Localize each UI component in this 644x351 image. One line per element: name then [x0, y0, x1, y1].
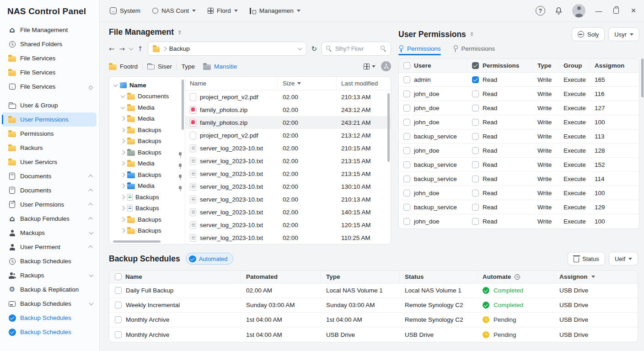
tree-item[interactable]: Media — [113, 102, 184, 113]
chevron-icon[interactable] — [121, 105, 125, 109]
chevron-down-icon[interactable] — [113, 82, 118, 87]
view-mode-button[interactable] — [364, 64, 376, 69]
file-list-scrollbar[interactable] — [387, 93, 390, 162]
column-header-name[interactable]: Name — [185, 77, 278, 90]
soly-button[interactable]: Soly — [572, 27, 605, 41]
column-header-type[interactable]: Type — [321, 271, 399, 283]
help-button[interactable] — [536, 6, 545, 16]
tree-item[interactable]: Backups — [113, 225, 184, 237]
row-checkbox[interactable] — [403, 204, 410, 211]
chevron-icon[interactable] — [121, 184, 125, 188]
tree-item[interactable]: Documents — [113, 91, 184, 102]
permission-row[interactable]: admin Read Write Execute 165 — [399, 73, 639, 87]
tree-vertical-scrollbar[interactable] — [182, 80, 184, 130]
restore-button[interactable] — [612, 7, 620, 15]
permission-row[interactable]: backup_service Read Write Execute 114 — [399, 172, 639, 186]
row-checkbox[interactable] — [403, 190, 410, 197]
read-checkbox[interactable] — [472, 105, 479, 112]
permission-row[interactable]: backup_service Read Write Execute 129 — [399, 200, 639, 214]
chevron-up-icon[interactable] — [88, 175, 93, 179]
menu-flord[interactable]: Flord — [208, 7, 238, 14]
chevron-up-icon[interactable] — [88, 189, 93, 193]
row-checkbox[interactable] — [115, 316, 122, 323]
filter-footrd[interactable]: Footrd — [109, 63, 138, 70]
row-checkbox[interactable] — [403, 147, 410, 154]
read-checkbox[interactable] — [472, 76, 479, 83]
tree-item[interactable]: Backups — [113, 124, 184, 136]
sidebar-item-backup-schedules-3[interactable]: Backup Schedules — [2, 311, 97, 325]
sidebar-item-user-permsions[interactable]: User Permsions — [2, 197, 97, 212]
column-header-assignon[interactable]: Assignon — [554, 271, 638, 283]
address-dropdown-icon[interactable] — [298, 46, 302, 50]
column-header-last-modified[interactable]: Last modified — [337, 77, 391, 90]
file-row[interactable]: server_log_2023-10.txt 02:00 110:25 AM — [185, 231, 391, 244]
chevron-icon[interactable] — [121, 172, 125, 177]
read-checkbox[interactable] — [472, 90, 479, 97]
sidebar-item-documents-2[interactable]: Documents — [2, 183, 97, 197]
chevron-down-icon[interactable] — [89, 272, 94, 277]
chevron-up-icon[interactable] — [88, 217, 93, 222]
row-checkbox[interactable] — [403, 119, 410, 126]
sidebar-item-backup-schedules-1[interactable]: Backup Schedules — [2, 254, 97, 268]
search-input[interactable]: Slhy? Flovr — [322, 42, 391, 56]
permission-row[interactable]: john_doe Read Write Execute 116 — [399, 87, 639, 101]
permission-row[interactable]: john_doe Read Write Execute 127 — [399, 101, 639, 115]
tab-permissions-active[interactable]: Permissions — [398, 45, 441, 55]
chevron-icon[interactable] — [121, 139, 125, 144]
select-all-checkbox[interactable] — [115, 273, 122, 280]
account-avatar[interactable] — [572, 4, 585, 17]
sidebar-item-file-services-1[interactable]: File Services — [2, 51, 97, 65]
menu-nas-cont[interactable]: NAS Cont — [152, 7, 196, 14]
permission-row[interactable]: backup_service Read Write Execute 113 — [399, 129, 639, 144]
row-checkbox[interactable] — [403, 76, 410, 83]
file-row[interactable]: server_log_2023-10.txt 02.00 213:15 AM — [185, 154, 391, 167]
tree-root[interactable]: Name — [113, 80, 184, 91]
column-header-name[interactable]: Name — [109, 271, 241, 283]
chevron-up-icon[interactable] — [88, 245, 93, 250]
address-bar[interactable]: Backup — [148, 42, 307, 56]
sidebar-item-backup-replication[interactable]: Backup & Replication — [2, 282, 97, 297]
menu-managemen[interactable]: Managemen — [250, 7, 301, 14]
chevron-down-icon[interactable] — [89, 301, 94, 305]
file-row[interactable]: server_log_2023-10.txt 02:00 120:15 AM — [185, 218, 391, 231]
column-header-usere[interactable]: Usere — [399, 59, 467, 72]
select-all-checkbox[interactable] — [403, 62, 410, 69]
chevron-up-icon[interactable] — [88, 203, 93, 207]
read-checkbox[interactable] — [472, 133, 479, 140]
schedule-row[interactable]: Monthly Archive 1st 04:00 AM 1st 04:00 A… — [109, 313, 638, 327]
column-header-assigmon[interactable]: Assigmon — [590, 59, 639, 72]
row-checkbox[interactable] — [403, 218, 410, 225]
sidebar-item-user-permissions[interactable]: User Permissions — [2, 112, 97, 127]
chevron-icon[interactable] — [121, 195, 125, 199]
file-row[interactable]: server_log_2023-10.txt 02.00 210:13 AM — [185, 193, 391, 206]
chevron-icon[interactable] — [121, 93, 125, 98]
sidebar-item-permissions[interactable]: Permissions — [2, 127, 97, 141]
tree-item[interactable]: Media — [113, 181, 184, 192]
chevron-icon[interactable] — [121, 206, 125, 211]
file-row[interactable]: family_photos.zip 02.00 243:12 AM — [185, 103, 391, 116]
row-checkbox[interactable] — [403, 105, 410, 112]
column-header-group[interactable]: Group — [559, 59, 590, 72]
permissions-scrollbar[interactable] — [641, 58, 644, 97]
sidebar-item-file-services-2[interactable]: File Services — [2, 65, 97, 80]
sidebar-item-shared-folders[interactable]: Shared Folders — [2, 37, 97, 51]
row-checkbox[interactable] — [115, 302, 122, 308]
permission-row[interactable]: john_doe Read Write Execute 100 — [399, 214, 639, 229]
file-row[interactable]: server_log_2023-10.txt 02.00 213:15 AM — [185, 167, 391, 180]
sidebar-item-backup-femdules[interactable]: Backup Femdules — [2, 212, 97, 226]
file-row[interactable]: server_log_2023-10.txt 02.00 210:15 AM — [185, 142, 391, 154]
menu-system[interactable]: System — [110, 7, 140, 14]
sidebar-item-file-services-3[interactable]: File Services — [2, 80, 97, 94]
permissions-checkbox[interactable] — [472, 62, 479, 69]
sidebar-item-user-perrment[interactable]: User Perrment — [2, 240, 97, 254]
chevron-icon[interactable] — [121, 128, 125, 132]
sidebar-item-documents-1[interactable]: Documents — [2, 169, 97, 183]
ueif-dropdown-button[interactable]: Ueif — [609, 252, 638, 266]
row-checkbox[interactable] — [403, 161, 410, 168]
permission-row[interactable]: john_doe Read Write Execute 100 — [399, 186, 639, 200]
history-dropdown-icon[interactable] — [129, 46, 134, 50]
tab-permissions-inactive[interactable]: Permissions — [453, 45, 495, 55]
column-header-type[interactable]: Type — [533, 59, 559, 72]
file-row[interactable]: server_log_2023-10.txt 02.00 140:15 AM — [185, 206, 391, 218]
sidebar-item-file-management[interactable]: File Management — [2, 23, 97, 37]
